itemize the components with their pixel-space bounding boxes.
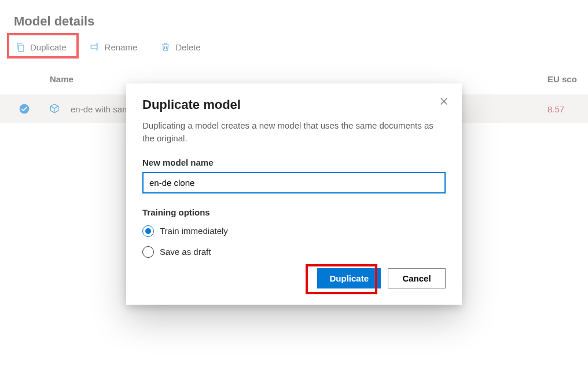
cancel-button[interactable]: Cancel — [388, 268, 446, 288]
training-options-label: Training options — [142, 207, 446, 217]
radio-circle-icon — [142, 225, 154, 237]
radio-save-draft[interactable]: Save as draft — [142, 246, 446, 258]
duplicate-confirm-button[interactable]: Duplicate — [317, 268, 381, 288]
modal-title: Duplicate model — [142, 97, 446, 112]
model-name-label: New model name — [142, 158, 446, 167]
modal-overlay: Duplicate model Duplicating a model crea… — [0, 0, 588, 369]
radio-draft-label: Save as draft — [160, 247, 211, 257]
radio-train-immediately[interactable]: Train immediately — [142, 225, 446, 237]
radio-circle-icon — [142, 246, 154, 258]
model-name-input[interactable] — [142, 172, 446, 193]
close-icon[interactable] — [439, 96, 449, 107]
modal-description: Duplicating a model creates a new model … — [142, 119, 446, 145]
duplicate-modal: Duplicate model Duplicating a model crea… — [126, 83, 462, 305]
modal-actions: Duplicate Cancel — [142, 268, 446, 288]
radio-train-label: Train immediately — [160, 226, 228, 236]
